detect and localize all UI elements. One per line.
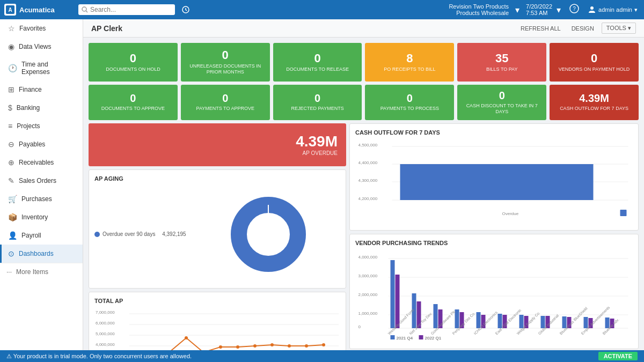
- kpi-bills-pay-label: BILLS TO PAY: [486, 67, 517, 72]
- kpi-cash-discount[interactable]: 0 CASH DISCOUNT TO TAKE IN 7 DAYS: [457, 85, 546, 120]
- page-title: AP Clerk: [91, 24, 122, 33]
- refresh-all-button[interactable]: REFRESH ALL: [517, 24, 564, 33]
- search-input[interactable]: [90, 6, 165, 13]
- svg-text:1,000,000: 1,000,000: [358, 311, 378, 316]
- current-date: 7/20/2022: [526, 3, 552, 10]
- kpi-vendors-hold[interactable]: 0 VENDORS ON PAYMENT HOLD: [550, 43, 639, 82]
- activate-button[interactable]: ACTIVATE: [598, 352, 638, 360]
- kpi-docs-approve[interactable]: 0 DOCUMENTS TO APPROVE: [89, 85, 178, 120]
- kpi-cash-outflow[interactable]: 4.39M CASH OUTFLOW FOR 7 DAYS: [550, 85, 639, 120]
- status-message: ⚠ Your product is in trial mode. Only tw…: [6, 353, 192, 360]
- sidebar-item-purchases[interactable]: 🛒 Purchases: [0, 190, 83, 208]
- svg-text:4,200,000: 4,200,000: [358, 196, 378, 201]
- total-ap-card: TOTAL AP 7,000,000 6,000,000 5,000,000 4…: [89, 292, 346, 350]
- sidebar-label-receivables: Receivables: [19, 159, 54, 166]
- right-column: CASH OUTFLOW FOR 7 DAYS 4,500,000 4,400,…: [349, 123, 639, 350]
- svg-rect-68: [391, 260, 395, 328]
- user-icon: [588, 5, 596, 14]
- cash-outflow-card: CASH OUTFLOW FOR 7 DAYS 4,500,000 4,400,…: [349, 123, 639, 231]
- svg-point-30: [253, 344, 257, 348]
- vendor-trends-chart-svg: 4,000,000 3,000,000 2,000,000 1,000,000 …: [355, 250, 633, 342]
- sidebar-label-inventory: Inventory: [21, 213, 48, 221]
- legend-label-overdue-90: Overdue over 90 days: [103, 231, 155, 237]
- cash-outflow-chart-svg: 4,500,000 4,400,000 4,300,000 4,200,000 …: [355, 140, 633, 223]
- sidebar-item-banking[interactable]: $ Banking: [0, 99, 83, 117]
- svg-text:5,000,000: 5,000,000: [96, 331, 115, 336]
- sidebar-item-favorites[interactable]: ☆ Favorites: [0, 19, 83, 38]
- ap-overdue-card[interactable]: 4.39M AP OVERDUE: [89, 123, 346, 166]
- help-button[interactable]: ?: [567, 2, 581, 18]
- kpi-docs-approve-value: 0: [130, 93, 136, 104]
- sidebar-label-favorites: Favorites: [19, 25, 46, 32]
- date-dropdown[interactable]: ▾: [554, 3, 563, 17]
- kpi-unreleased-value: 0: [222, 49, 229, 61]
- kpi-docs-release-label: DOCUMENTS TO RELEASE: [286, 67, 349, 72]
- svg-text:4,000,000: 4,000,000: [358, 255, 378, 260]
- svg-point-31: [270, 343, 274, 346]
- kpi-vendors-hold-value: 0: [591, 53, 597, 64]
- dashboards-icon: ⊙: [8, 249, 14, 258]
- kpi-unreleased-label: UNRELEASED DOCUMENTS IN PRIOR MONTHS: [185, 63, 266, 75]
- kpi-po-receipts-value: 8: [406, 53, 413, 64]
- kpi-rejected-payments-value: 0: [314, 93, 320, 104]
- more-items-dots: ···: [6, 268, 12, 276]
- sidebar-label-data-views: Data Views: [19, 43, 51, 50]
- kpi-payments-process-value: 0: [407, 93, 413, 104]
- sidebar-item-data-views[interactable]: ◉ Data Views: [0, 38, 83, 56]
- svg-text:2021 Q4: 2021 Q4: [397, 336, 413, 341]
- receivables-icon: ⊕: [8, 158, 14, 167]
- svg-text:2022 Q1: 2022 Q1: [425, 336, 442, 341]
- tools-button[interactable]: TOOLS ▾: [602, 23, 636, 34]
- search-box[interactable]: [78, 4, 175, 15]
- revision-button[interactable]: Revision Two Products Products Wholesale: [449, 3, 509, 16]
- user-button[interactable]: admin admin ▾: [586, 3, 640, 16]
- sidebar-label-sales-orders: Sales Orders: [19, 177, 56, 184]
- sidebar-item-dashboards[interactable]: ⊙ Dashboards: [0, 245, 83, 263]
- revision-name: Revision Two Products: [449, 3, 509, 10]
- data-views-icon: ◉: [8, 42, 14, 51]
- kpi-unreleased[interactable]: 0 UNRELEASED DOCUMENTS IN PRIOR MONTHS: [181, 43, 270, 82]
- sidebar-item-projects[interactable]: ≡ Projects: [0, 117, 83, 135]
- content-toolbar: AP Clerk REFRESH ALL DESIGN TOOLS ▾: [83, 19, 644, 38]
- design-button[interactable]: DESIGN: [568, 24, 597, 33]
- sidebar-label-finance: Finance: [19, 86, 42, 93]
- user-dropdown-icon: ▾: [634, 6, 638, 13]
- sidebar-item-payables[interactable]: ⊖ Payables: [0, 135, 83, 153]
- svg-point-32: [288, 344, 291, 348]
- sidebar-label-purchases: Purchases: [21, 195, 52, 203]
- vendor-trends-title: VENDOR PURCHASING TRENDS: [355, 240, 633, 246]
- kpi-po-receipts[interactable]: 8 PO RECEIPTS TO BILL: [365, 43, 454, 82]
- kpi-docs-release[interactable]: 0 DOCUMENTS TO RELEASE: [273, 43, 362, 82]
- svg-text:0: 0: [358, 324, 361, 329]
- total-ap-chart-svg: 7,000,000 6,000,000 5,000,000 4,000,000 …: [94, 308, 341, 350]
- sidebar-item-time-expenses[interactable]: 🕐 Time and Expenses: [0, 56, 83, 80]
- sidebar-item-inventory[interactable]: 📦 Inventory: [0, 208, 83, 226]
- status-message-text: Your product is in trial mode. Only two …: [13, 353, 192, 359]
- main-content: AP Clerk REFRESH ALL DESIGN TOOLS ▾ 0 DO…: [83, 19, 644, 350]
- kpi-payments-approve[interactable]: 0 PAYMENTS TO APPROVE: [181, 85, 270, 120]
- history-button[interactable]: [179, 3, 192, 16]
- kpi-bills-pay[interactable]: 35 BILLS TO PAY: [457, 43, 546, 82]
- sidebar-label-payables: Payables: [19, 141, 45, 148]
- svg-rect-103: [419, 335, 423, 339]
- kpi-cash-discount-label: CASH DISCOUNT TO TAKE IN 7 DAYS: [462, 103, 542, 115]
- ap-aging-title: AP AGING: [94, 175, 340, 182]
- svg-text:A: A: [8, 7, 12, 13]
- purchases-icon: 🛒: [8, 195, 17, 203]
- revision-dropdown[interactable]: ▾: [513, 3, 522, 17]
- sidebar-item-receivables[interactable]: ⊕ Receivables: [0, 153, 83, 172]
- kpi-docs-approve-label: DOCUMENTS TO APPROVE: [101, 106, 165, 112]
- legend-dot-blue: [94, 232, 100, 237]
- kpi-docs-hold-value: 0: [130, 53, 136, 64]
- search-icon: [82, 6, 88, 13]
- help-icon: ?: [569, 4, 579, 13]
- status-bar: ⚠ Your product is in trial mode. Only tw…: [0, 350, 644, 362]
- sidebar-item-payroll[interactable]: 👤 Payroll: [0, 226, 83, 245]
- kpi-payments-process[interactable]: 0 PAYMENTS TO PROCESS: [365, 85, 454, 120]
- kpi-rejected-payments[interactable]: 0 REJECTED PAYMENTS: [273, 85, 362, 120]
- sidebar-more-items[interactable]: ··· More Items: [0, 263, 83, 280]
- kpi-docs-hold[interactable]: 0 DOCUMENTS ON HOLD: [89, 43, 178, 82]
- sidebar-item-sales-orders[interactable]: ✎ Sales Orders: [0, 172, 83, 190]
- sidebar-item-finance[interactable]: ⊞ Finance: [0, 80, 83, 99]
- vendor-trends-card: VENDOR PURCHASING TRENDS 4,000,000 3,000…: [349, 234, 639, 349]
